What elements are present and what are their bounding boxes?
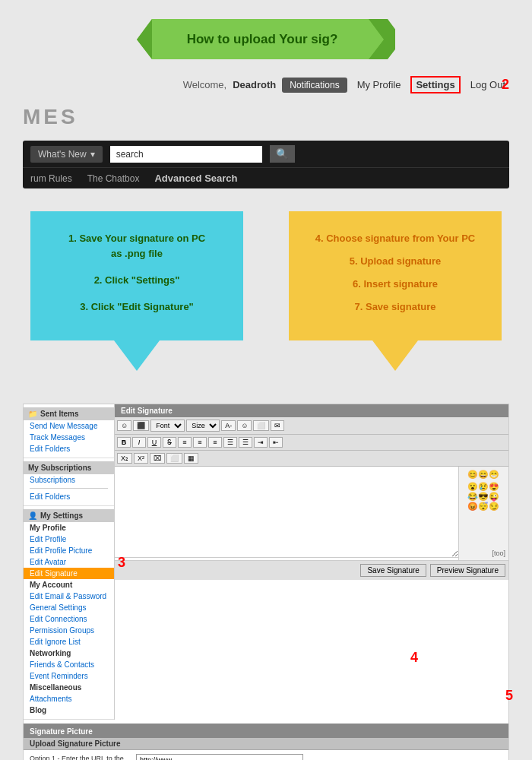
svg-text:as .png file: as .png file <box>111 248 163 259</box>
sidebar-edit-profile[interactable]: Edit Profile <box>24 534 114 545</box>
sig-option1-input[interactable] <box>136 754 303 760</box>
toolbar-align-center[interactable]: ≡ <box>193 437 207 448</box>
smiley-code: [too] <box>462 549 505 557</box>
search-input[interactable] <box>110 146 262 163</box>
advanced-search-link[interactable]: Advanced Search <box>154 173 237 184</box>
sc-sidebar: 📁 Sent Items Send New Message Track Mess… <box>24 404 115 720</box>
svg-text:6.  Insert signature: 6. Insert signature <box>353 278 438 290</box>
sidebar-edit-email-password[interactable]: Edit Email & Password <box>24 591 114 602</box>
notifications-btn[interactable]: Notifications <box>282 78 347 93</box>
sidebar-subscriptions[interactable]: Subscriptions <box>24 474 114 486</box>
sidebar-edit-avatar[interactable]: Edit Avatar <box>24 556 114 568</box>
forum-nav: What's New ▾ 🔍 rum Rules The Chatbox Adv… <box>23 141 509 188</box>
toolbar-list1[interactable]: ☰ <box>223 437 237 448</box>
signature-textarea[interactable] <box>115 467 458 558</box>
sidebar-my-settings-section: 👤 My Settings My Profile Edit Profile Ed… <box>24 506 114 720</box>
toolbar-align-right[interactable]: ≡ <box>208 437 222 448</box>
screenshot-container: 📁 Sent Items Send New Message Track Mess… <box>23 404 509 760</box>
yellow-bubble-svg: 4. Choose signature from Your PC 5. Uplo… <box>289 211 502 371</box>
sidebar-friends-contacts[interactable]: Friends & Contacts <box>24 659 114 670</box>
svg-text:3.  Click "Edit Signature": 3. Click "Edit Signature" <box>80 301 194 312</box>
banner-svg: How to upload Your sig? <box>137 15 395 65</box>
toolbar-extra5[interactable]: ▦ <box>184 453 198 464</box>
toolbar-italic[interactable]: I <box>132 437 146 448</box>
forum-nav-top: What's New ▾ 🔍 <box>23 141 509 167</box>
settings-link[interactable]: Settings <box>410 76 460 93</box>
sidebar-send-new-message[interactable]: Send New Message <box>24 420 114 432</box>
my-profile-link[interactable]: My Profile <box>353 78 405 92</box>
toolbar-icon1[interactable]: ☺ <box>117 420 131 431</box>
sidebar-edit-folders-1[interactable]: Edit Folders <box>24 443 114 454</box>
sidebar-event-reminders[interactable]: Event Reminders <box>24 670 114 682</box>
toolbar-extra2[interactable]: ✉ <box>271 420 284 431</box>
sidebar-edit-signature[interactable]: Edit Signature <box>24 568 114 579</box>
sidebar-edit-ignore-list[interactable]: Edit Ignore List <box>24 636 114 648</box>
yellow-bubble-wrapper: 4. Choose signature from Your PC 5. Uplo… <box>289 211 502 373</box>
sidebar-permission-groups[interactable]: Permission Groups <box>24 625 114 636</box>
sidebar-my-account-header: My Account <box>24 579 114 591</box>
toolbar-sub[interactable]: X₂ <box>117 453 132 464</box>
svg-text:1.  Save Your signature on PC: 1. Save Your signature on PC <box>68 233 206 244</box>
sidebar-edit-folders-2[interactable]: Edit Folders <box>24 491 114 502</box>
svg-text:4.  Choose signature from Your: 4. Choose signature from Your PC <box>315 233 476 244</box>
sidebar-subscriptions-section: My Subscriptions Subscriptions Edit Fold… <box>24 458 114 506</box>
toolbar-extra3[interactable]: ⌧ <box>150 453 165 464</box>
svg-marker-2 <box>137 19 152 59</box>
cyan-bubble-svg: 1. Save Your signature on PC as .png fil… <box>30 211 243 371</box>
toolbar-list2[interactable]: ☰ <box>239 437 252 448</box>
sent-items-label: Sent Items <box>40 410 79 418</box>
toolbar-sup[interactable]: X² <box>134 453 148 464</box>
emoticons-row3: 😂😎😜 <box>462 492 505 502</box>
toolbar-align-left[interactable]: ≡ <box>178 437 192 448</box>
subscriptions-label: My Subscriptions <box>28 464 91 472</box>
sidebar-miscellaneous-header: Miscellaneous <box>24 682 114 693</box>
bubbles-section: 1. Save Your signature on PC as .png fil… <box>0 188 532 396</box>
editor-toolbar-2: B I U S̶ ≡ ≡ ≡ ☰ ☰ ⇥ ⇤ <box>115 435 508 451</box>
chatbox-link[interactable]: The Chatbox <box>87 173 140 184</box>
toolbar-bold[interactable]: B <box>117 437 131 448</box>
banner-text: How to upload Your sig? <box>187 32 338 46</box>
sidebar-sent-items-header: 📁 Sent Items <box>24 407 114 420</box>
whats-new-button[interactable]: What's New ▾ <box>30 146 103 163</box>
search-button[interactable]: 🔍 <box>270 145 295 163</box>
save-signature-btn[interactable]: Save Signature <box>360 564 426 577</box>
step2-annotation: 2 <box>502 77 509 93</box>
whats-new-label: What's New <box>38 149 87 160</box>
emoticons-row4: 😡😴😏 <box>462 502 505 511</box>
size-select[interactable]: Size <box>186 420 220 432</box>
toolbar-indent[interactable]: ⇥ <box>254 437 268 448</box>
toolbar-strikethrough[interactable]: S̶ <box>163 437 176 448</box>
sidebar-general-settings[interactable]: General Settings <box>24 602 114 613</box>
font-select[interactable]: Font <box>150 420 185 432</box>
toolbar-outdent[interactable]: ⇤ <box>269 437 283 448</box>
toolbar-smiley[interactable]: ☺ <box>237 420 252 431</box>
save-bar: Save Signature Preview Signature <box>115 560 508 580</box>
sidebar-edit-profile-picture[interactable]: Edit Profile Picture <box>24 545 114 556</box>
toolbar-extra1[interactable]: ⬜ <box>253 420 269 431</box>
sig-option1-label: Option 1 - Enter the URL to the Image on… <box>30 754 128 760</box>
edit-sig-title: Edit Signature <box>115 404 508 417</box>
sidebar-divider-1 <box>30 488 108 489</box>
toolbar-extra4[interactable]: ⬜ <box>166 453 182 464</box>
sig-option1-row: Option 1 - Enter the URL to the Image on… <box>24 750 508 760</box>
logo-area: MES <box>0 101 532 141</box>
sidebar-attachments[interactable]: Attachments <box>24 693 114 705</box>
sig-upload-title: Upload Signature Picture <box>24 738 508 750</box>
forum-rules-link[interactable]: rum Rules <box>30 173 72 184</box>
sc-layout: 📁 Sent Items Send New Message Track Mess… <box>24 404 508 720</box>
toolbar-underline[interactable]: U <box>147 437 161 448</box>
sidebar-track-messages[interactable]: Track Messages <box>24 432 114 443</box>
sidebar-my-profile-header: My Profile <box>24 522 114 534</box>
svg-text:2.  Click "Settings": 2. Click "Settings" <box>94 274 180 286</box>
logo-text: MES <box>23 105 78 128</box>
settings-icon: 👤 <box>28 511 37 520</box>
toolbar-a-btn[interactable]: A- <box>221 420 236 431</box>
whats-new-chevron: ▾ <box>90 149 95 160</box>
emoticons-row2: 😮😢😍 <box>462 482 505 492</box>
emoticons-label: 😊😄😁 <box>462 470 505 480</box>
sidebar-subscriptions-header: My Subscriptions <box>24 461 114 474</box>
editor-toolbar-3: X₂ X² ⌧ ⬜ ▦ <box>115 451 508 467</box>
sidebar-edit-connections[interactable]: Edit Connections <box>24 613 114 625</box>
toolbar-icon2[interactable]: ⬛ <box>133 420 149 431</box>
preview-signature-btn[interactable]: Preview Signature <box>430 564 505 577</box>
